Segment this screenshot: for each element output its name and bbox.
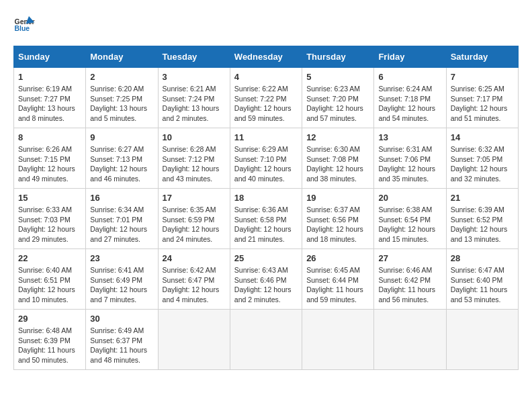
calendar-cell: 12Sunrise: 6:30 AM Sunset: 7:08 PM Dayli… bbox=[302, 128, 374, 189]
calendar-week-0: 1Sunrise: 6:19 AM Sunset: 7:27 PM Daylig… bbox=[14, 68, 519, 128]
day-number: 3 bbox=[163, 72, 226, 82]
day-info: Sunrise: 6:35 AM Sunset: 6:59 PM Dayligh… bbox=[163, 205, 226, 244]
day-number: 24 bbox=[163, 253, 226, 263]
day-info: Sunrise: 6:36 AM Sunset: 6:58 PM Dayligh… bbox=[234, 205, 298, 244]
calendar-cell: 9Sunrise: 6:27 AM Sunset: 7:13 PM Daylig… bbox=[86, 128, 158, 189]
day-number: 9 bbox=[90, 132, 153, 142]
day-number: 26 bbox=[306, 253, 369, 263]
day-number: 15 bbox=[18, 193, 81, 203]
day-info: Sunrise: 6:24 AM Sunset: 7:18 PM Dayligh… bbox=[378, 84, 441, 124]
calendar-cell: 23Sunrise: 6:41 AM Sunset: 6:49 PM Dayli… bbox=[86, 249, 158, 310]
day-info: Sunrise: 6:32 AM Sunset: 7:05 PM Dayligh… bbox=[451, 144, 514, 184]
day-info: Sunrise: 6:47 AM Sunset: 6:40 PM Dayligh… bbox=[451, 265, 514, 305]
calendar-cell: 8Sunrise: 6:26 AM Sunset: 7:15 PM Daylig… bbox=[14, 128, 86, 189]
day-info: Sunrise: 6:25 AM Sunset: 7:17 PM Dayligh… bbox=[451, 84, 514, 124]
day-number: 10 bbox=[163, 132, 226, 142]
calendar-cell: 26Sunrise: 6:45 AM Sunset: 6:44 PM Dayli… bbox=[302, 249, 374, 310]
day-number: 25 bbox=[234, 253, 298, 263]
day-info: Sunrise: 6:34 AM Sunset: 7:01 PM Dayligh… bbox=[90, 205, 153, 244]
calendar-week-4: 29Sunrise: 6:48 AM Sunset: 6:39 PM Dayli… bbox=[14, 310, 519, 370]
calendar-header-row: SundayMondayTuesdayWednesdayThursdayFrid… bbox=[14, 46, 519, 68]
logo: General Blue bbox=[13, 13, 38, 35]
day-info: Sunrise: 6:27 AM Sunset: 7:13 PM Dayligh… bbox=[90, 144, 153, 184]
column-header-monday: Monday bbox=[86, 46, 158, 68]
calendar-cell bbox=[374, 310, 446, 370]
calendar-cell: 11Sunrise: 6:29 AM Sunset: 7:10 PM Dayli… bbox=[230, 128, 302, 189]
day-info: Sunrise: 6:28 AM Sunset: 7:12 PM Dayligh… bbox=[163, 144, 226, 184]
day-number: 14 bbox=[451, 132, 514, 142]
calendar-cell: 15Sunrise: 6:33 AM Sunset: 7:03 PM Dayli… bbox=[14, 189, 86, 249]
day-info: Sunrise: 6:22 AM Sunset: 7:22 PM Dayligh… bbox=[234, 84, 298, 124]
day-number: 18 bbox=[234, 193, 298, 203]
day-info: Sunrise: 6:42 AM Sunset: 6:47 PM Dayligh… bbox=[163, 265, 226, 305]
day-number: 6 bbox=[378, 72, 441, 82]
day-info: Sunrise: 6:31 AM Sunset: 7:06 PM Dayligh… bbox=[378, 144, 441, 184]
day-info: Sunrise: 6:23 AM Sunset: 7:20 PM Dayligh… bbox=[306, 84, 369, 124]
calendar-cell: 10Sunrise: 6:28 AM Sunset: 7:12 PM Dayli… bbox=[158, 128, 230, 189]
day-info: Sunrise: 6:39 AM Sunset: 6:52 PM Dayligh… bbox=[451, 205, 514, 244]
calendar-body: 1Sunrise: 6:19 AM Sunset: 7:27 PM Daylig… bbox=[14, 68, 519, 370]
column-header-friday: Friday bbox=[374, 46, 446, 68]
day-number: 7 bbox=[451, 72, 514, 82]
calendar-cell: 20Sunrise: 6:38 AM Sunset: 6:54 PM Dayli… bbox=[374, 189, 446, 249]
day-number: 20 bbox=[378, 193, 441, 203]
day-info: Sunrise: 6:19 AM Sunset: 7:27 PM Dayligh… bbox=[18, 84, 81, 124]
calendar-cell bbox=[230, 310, 302, 370]
day-info: Sunrise: 6:26 AM Sunset: 7:15 PM Dayligh… bbox=[18, 144, 81, 184]
calendar-cell: 24Sunrise: 6:42 AM Sunset: 6:47 PM Dayli… bbox=[158, 249, 230, 310]
calendar-cell: 17Sunrise: 6:35 AM Sunset: 6:59 PM Dayli… bbox=[158, 189, 230, 249]
day-number: 23 bbox=[90, 253, 153, 263]
day-info: Sunrise: 6:21 AM Sunset: 7:24 PM Dayligh… bbox=[163, 84, 226, 124]
day-info: Sunrise: 6:29 AM Sunset: 7:10 PM Dayligh… bbox=[234, 144, 298, 184]
day-info: Sunrise: 6:33 AM Sunset: 7:03 PM Dayligh… bbox=[18, 205, 81, 244]
day-number: 12 bbox=[306, 132, 369, 142]
day-number: 28 bbox=[451, 253, 514, 263]
day-info: Sunrise: 6:49 AM Sunset: 6:37 PM Dayligh… bbox=[90, 326, 153, 365]
day-number: 4 bbox=[234, 72, 298, 82]
calendar-cell: 13Sunrise: 6:31 AM Sunset: 7:06 PM Dayli… bbox=[374, 128, 446, 189]
calendar-cell: 5Sunrise: 6:23 AM Sunset: 7:20 PM Daylig… bbox=[302, 68, 374, 128]
column-header-saturday: Saturday bbox=[446, 46, 518, 68]
day-info: Sunrise: 6:40 AM Sunset: 6:51 PM Dayligh… bbox=[18, 265, 81, 305]
day-number: 16 bbox=[90, 193, 153, 203]
day-info: Sunrise: 6:46 AM Sunset: 6:42 PM Dayligh… bbox=[378, 265, 441, 305]
calendar-cell: 16Sunrise: 6:34 AM Sunset: 7:01 PM Dayli… bbox=[86, 189, 158, 249]
day-info: Sunrise: 6:43 AM Sunset: 6:46 PM Dayligh… bbox=[234, 265, 298, 305]
calendar-cell: 14Sunrise: 6:32 AM Sunset: 7:05 PM Dayli… bbox=[446, 128, 518, 189]
calendar-week-2: 15Sunrise: 6:33 AM Sunset: 7:03 PM Dayli… bbox=[14, 189, 519, 249]
day-number: 27 bbox=[378, 253, 441, 263]
calendar-cell bbox=[302, 310, 374, 370]
calendar-cell: 18Sunrise: 6:36 AM Sunset: 6:58 PM Dayli… bbox=[230, 189, 302, 249]
calendar-cell: 25Sunrise: 6:43 AM Sunset: 6:46 PM Dayli… bbox=[230, 249, 302, 310]
day-number: 11 bbox=[234, 132, 298, 142]
day-info: Sunrise: 6:45 AM Sunset: 6:44 PM Dayligh… bbox=[306, 265, 369, 305]
column-header-thursday: Thursday bbox=[302, 46, 374, 68]
calendar-cell: 28Sunrise: 6:47 AM Sunset: 6:40 PM Dayli… bbox=[446, 249, 518, 310]
day-number: 5 bbox=[306, 72, 369, 82]
calendar-cell: 29Sunrise: 6:48 AM Sunset: 6:39 PM Dayli… bbox=[14, 310, 86, 370]
day-number: 29 bbox=[18, 314, 81, 324]
logo-icon: General Blue bbox=[13, 13, 35, 35]
day-info: Sunrise: 6:30 AM Sunset: 7:08 PM Dayligh… bbox=[306, 144, 369, 184]
calendar-cell: 22Sunrise: 6:40 AM Sunset: 6:51 PM Dayli… bbox=[14, 249, 86, 310]
calendar-cell bbox=[446, 310, 518, 370]
calendar-cell bbox=[158, 310, 230, 370]
calendar-cell: 3Sunrise: 6:21 AM Sunset: 7:24 PM Daylig… bbox=[158, 68, 230, 128]
page-header: General Blue bbox=[13, 13, 519, 35]
day-number: 30 bbox=[90, 314, 153, 324]
day-info: Sunrise: 6:48 AM Sunset: 6:39 PM Dayligh… bbox=[18, 326, 81, 365]
day-number: 19 bbox=[306, 193, 369, 203]
calendar-cell: 6Sunrise: 6:24 AM Sunset: 7:18 PM Daylig… bbox=[374, 68, 446, 128]
day-info: Sunrise: 6:41 AM Sunset: 6:49 PM Dayligh… bbox=[90, 265, 153, 305]
day-number: 2 bbox=[90, 72, 153, 82]
day-info: Sunrise: 6:20 AM Sunset: 7:25 PM Dayligh… bbox=[90, 84, 153, 124]
day-number: 17 bbox=[163, 193, 226, 203]
day-info: Sunrise: 6:38 AM Sunset: 6:54 PM Dayligh… bbox=[378, 205, 441, 244]
column-header-sunday: Sunday bbox=[14, 46, 86, 68]
calendar-cell: 7Sunrise: 6:25 AM Sunset: 7:17 PM Daylig… bbox=[446, 68, 518, 128]
calendar-cell: 27Sunrise: 6:46 AM Sunset: 6:42 PM Dayli… bbox=[374, 249, 446, 310]
day-number: 1 bbox=[18, 72, 81, 82]
calendar-cell: 2Sunrise: 6:20 AM Sunset: 7:25 PM Daylig… bbox=[86, 68, 158, 128]
day-info: Sunrise: 6:37 AM Sunset: 6:56 PM Dayligh… bbox=[306, 205, 369, 244]
day-number: 8 bbox=[18, 132, 81, 142]
